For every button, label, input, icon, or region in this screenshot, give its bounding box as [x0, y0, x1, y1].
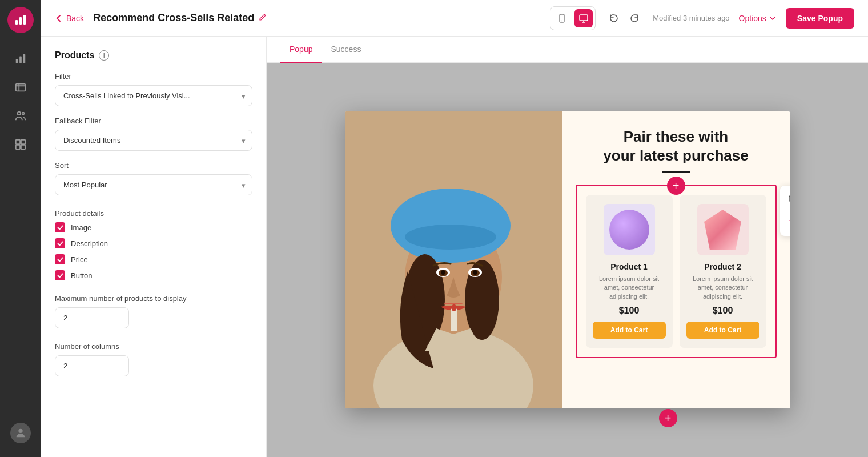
- info-icon[interactable]: i: [99, 50, 109, 61]
- svg-point-7: [18, 112, 21, 115]
- sidebar-item-plugins[interactable]: [9, 133, 33, 157]
- view-toggle-group: [550, 6, 596, 30]
- back-label: Back: [66, 14, 84, 23]
- checkbox-price-label: Price: [71, 255, 88, 264]
- product-1-sphere: [609, 210, 649, 250]
- svg-rect-9: [16, 140, 20, 144]
- sort-select[interactable]: Most Popular: [55, 174, 252, 195]
- max-products-label: Maximum number of products to display: [55, 294, 252, 303]
- fallback-filter-select[interactable]: Discounted Items: [55, 130, 252, 151]
- product-1-image: [604, 204, 655, 255]
- product-card-1: Product 1 Lorem ipsum dolor sit amet, co…: [586, 195, 673, 348]
- panel-title: Products i: [55, 50, 252, 61]
- product-2-image: [697, 204, 749, 255]
- checkbox-price-check: [55, 254, 65, 264]
- save-popup-button[interactable]: Save Popup: [786, 8, 854, 29]
- woman-image: [345, 111, 562, 408]
- tab-success[interactable]: Success: [322, 37, 370, 63]
- redo-icon: [629, 13, 640, 23]
- sidebar-item-analytics[interactable]: [9, 47, 33, 71]
- checkbox-button[interactable]: Button: [55, 270, 252, 280]
- audience-icon: [14, 110, 27, 122]
- pencil-icon: [259, 13, 267, 21]
- svg-rect-16: [580, 15, 588, 21]
- popup-left-image: [345, 111, 562, 408]
- add-section-above-button[interactable]: +: [667, 177, 685, 195]
- body-area: Products i Filter Cross-Sells Linked to …: [41, 37, 868, 457]
- product-details-checkboxes: Image Description: [55, 222, 252, 280]
- popup-right-panel: Pair these with your latest purchase +: [562, 111, 790, 408]
- product-2-add-to-cart-button[interactable]: Add to Cart: [686, 322, 760, 339]
- svg-point-22: [405, 225, 496, 250]
- checkbox-image[interactable]: Image: [55, 222, 252, 232]
- fallback-filter-select-wrapper: Discounted Items: [55, 130, 252, 151]
- product-2-gem: [704, 210, 741, 250]
- popup-heading: Pair these with your latest purchase: [603, 127, 748, 165]
- svg-rect-0: [15, 20, 18, 25]
- mobile-icon: [557, 14, 566, 23]
- checkbox-image-check: [55, 222, 65, 232]
- product-card-2: Product 2 Lorem ipsum dolor sit amet, co…: [680, 195, 766, 348]
- product-details-label: Product details: [55, 209, 252, 218]
- product-1-price: $100: [619, 306, 640, 316]
- main-content: Back Recommend Cross-Sells Related: [41, 0, 868, 457]
- back-button[interactable]: Back: [55, 14, 84, 23]
- num-columns-input[interactable]: [55, 355, 129, 376]
- preview-area: Popup Success: [267, 37, 868, 457]
- products-grid: Product 1 Lorem ipsum dolor sit amet, co…: [586, 195, 766, 348]
- popup-preview: Pair these with your latest purchase +: [345, 111, 790, 408]
- preview-tabs: Popup Success: [267, 37, 868, 63]
- svg-rect-5: [23, 54, 26, 63]
- duplicate-icon: [788, 195, 790, 204]
- topbar: Back Recommend Cross-Sells Related: [41, 0, 868, 37]
- svg-rect-2: [23, 15, 26, 25]
- analytics-icon: [14, 53, 27, 65]
- delete-section-button[interactable]: [783, 213, 790, 231]
- mobile-view-button[interactable]: [553, 9, 571, 27]
- svg-point-8: [22, 113, 25, 115]
- product-2-name: Product 2: [704, 262, 741, 271]
- checkmark-icon: [57, 256, 63, 263]
- edit-title-icon[interactable]: [259, 13, 267, 23]
- checkbox-price[interactable]: Price: [55, 254, 252, 264]
- preview-canvas: Pair these with your latest purchase +: [267, 63, 868, 457]
- campaigns-icon: [14, 81, 27, 94]
- modified-text: Modified 3 minutes ago: [653, 14, 729, 22]
- sidebar-item-audience[interactable]: [9, 104, 33, 128]
- num-columns-label: Number of columns: [55, 342, 252, 351]
- product-1-name: Product 1: [610, 262, 648, 271]
- fallback-filter-label: Fallback Filter: [55, 117, 252, 125]
- products-section: + Product 1 Lorem ipsum dolor sit amet, …: [576, 185, 777, 358]
- back-arrow-icon: [55, 14, 63, 22]
- checkbox-button-check: [55, 270, 65, 280]
- undo-button[interactable]: [605, 9, 623, 27]
- max-products-input[interactable]: [55, 307, 129, 328]
- checkbox-description-label: Description: [71, 239, 108, 248]
- desktop-view-button[interactable]: [574, 9, 593, 27]
- plugins-icon: [14, 138, 27, 151]
- product-1-add-to-cart-button[interactable]: Add to Cart: [593, 322, 666, 339]
- checkmark-icon: [57, 225, 63, 231]
- woman-svg: [345, 111, 562, 408]
- undo-redo-group: [605, 9, 644, 27]
- checkbox-image-label: Image: [71, 223, 91, 232]
- filter-select[interactable]: Cross-Sells Linked to Previously Visi...: [55, 85, 252, 106]
- duplicate-section-button[interactable]: [783, 190, 790, 209]
- sort-select-wrapper: Most Popular: [55, 174, 252, 195]
- checkbox-description[interactable]: Description: [55, 238, 252, 248]
- redo-button[interactable]: [625, 9, 644, 27]
- svg-point-13: [18, 429, 22, 433]
- svg-rect-10: [21, 140, 25, 144]
- product-2-desc: Lorem ipsum dolor sit amet, consectetur …: [686, 275, 760, 301]
- add-section-below-button[interactable]: +: [659, 409, 677, 427]
- checkbox-button-label: Button: [71, 271, 93, 280]
- page-title: Recommend Cross-Sells Related: [93, 12, 267, 24]
- user-avatar[interactable]: [10, 423, 31, 443]
- options-button[interactable]: Options: [739, 14, 777, 23]
- sidebar-item-campaigns[interactable]: [9, 75, 33, 99]
- app-logo[interactable]: [7, 7, 34, 33]
- tab-popup[interactable]: Popup: [280, 37, 322, 63]
- svg-rect-32: [452, 304, 456, 311]
- svg-rect-34: [789, 196, 790, 201]
- svg-rect-3: [16, 59, 18, 63]
